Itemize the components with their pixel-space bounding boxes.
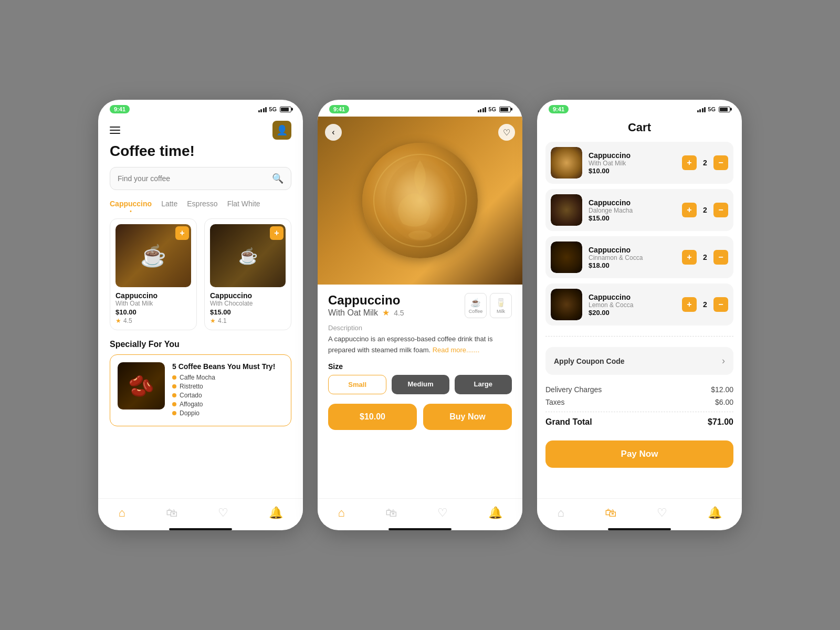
qty-plus-4[interactable]: + bbox=[682, 297, 697, 312]
qty-num-2: 2 bbox=[701, 206, 709, 214]
cart-item-sub-4: Lemon & Cocca bbox=[589, 301, 676, 309]
status-icons-cart: 5G bbox=[697, 106, 730, 112]
price-button[interactable]: $10.00 bbox=[328, 404, 417, 430]
back-button[interactable]: ‹ bbox=[325, 124, 342, 141]
cart-info-1: Cappuccino With Oat Milk $10.00 bbox=[589, 151, 676, 175]
cart-img-3 bbox=[551, 242, 582, 273]
nav-home-icon-cart[interactable]: ⌂ bbox=[557, 506, 564, 520]
bottom-nav-home: ⌂ 🛍 ♡ 🔔 bbox=[98, 498, 303, 525]
network-type-detail: 5G bbox=[488, 106, 496, 112]
qty-plus-1[interactable]: + bbox=[682, 155, 697, 170]
buy-now-button[interactable]: Buy Now bbox=[423, 404, 512, 430]
cart-info-2: Cappuccino Dalonge Macha $15.00 bbox=[589, 198, 676, 222]
product-card-2[interactable]: + Cappuccino With Chocolate $15.00 ★ 4.1 bbox=[204, 218, 291, 330]
qty-control-3: + 2 − bbox=[682, 250, 728, 265]
delivery-value: $12.00 bbox=[711, 385, 733, 394]
qty-minus-1[interactable]: − bbox=[713, 155, 728, 170]
special-card[interactable]: 5 Coffee Beans You Must Try! Caffe Mocha… bbox=[110, 354, 291, 426]
hamburger-menu[interactable] bbox=[110, 124, 120, 136]
search-input[interactable] bbox=[118, 174, 272, 183]
add-to-cart-btn-1[interactable]: + bbox=[175, 226, 189, 240]
coffee-item-3: Cortado bbox=[172, 392, 284, 399]
divider-2 bbox=[545, 412, 733, 412]
nav-favorites-icon[interactable]: ♡ bbox=[218, 506, 228, 520]
size-options: Small Medium Large bbox=[328, 375, 512, 394]
signal-bars-cart bbox=[697, 107, 706, 112]
status-time-detail: 9:41 bbox=[329, 105, 349, 113]
qty-plus-2[interactable]: + bbox=[682, 203, 697, 217]
qty-control-4: + 2 − bbox=[682, 297, 728, 312]
delivery-row: Delivery Charges $12.00 bbox=[545, 385, 733, 394]
special-info: 5 Coffee Beans You Must Try! Caffe Mocha… bbox=[172, 362, 284, 418]
product-name-2: Cappuccino bbox=[210, 291, 286, 300]
nav-cart-icon[interactable]: 🛍 bbox=[166, 506, 177, 520]
coffee-item-5: Doppio bbox=[172, 410, 284, 417]
special-title: 5 Coffee Beans You Must Try! bbox=[172, 362, 284, 371]
nav-favorites-icon-cart[interactable]: ♡ bbox=[657, 506, 667, 520]
nav-home-icon-detail[interactable]: ⌂ bbox=[338, 506, 344, 520]
status-time-cart: 9:41 bbox=[549, 105, 569, 113]
nav-notifications-icon-detail[interactable]: 🔔 bbox=[488, 506, 502, 520]
size-small[interactable]: Small bbox=[328, 375, 386, 394]
cart-item-name-4: Cappuccino bbox=[589, 293, 676, 301]
special-img bbox=[118, 362, 165, 410]
status-bar-home: 9:41 5G bbox=[98, 100, 303, 117]
page-title: Coffee time! bbox=[110, 143, 291, 160]
order-summary: Delivery Charges $12.00 Taxes $6.00 Gran… bbox=[537, 380, 742, 436]
badge-milk: 🥛 Milk bbox=[490, 293, 512, 318]
status-time: 9:41 bbox=[110, 105, 130, 113]
detail-hero-image: ‹ ♡ bbox=[318, 117, 522, 285]
home-screen-phone: 9:41 5G 👤 Coffee time! bbox=[98, 100, 303, 530]
total-label: Grand Total bbox=[545, 417, 592, 427]
qty-plus-3[interactable]: + bbox=[682, 250, 697, 265]
product-rating-2: ★ 4.1 bbox=[210, 317, 286, 324]
read-more-link[interactable]: Read more....... bbox=[433, 346, 480, 354]
delivery-label: Delivery Charges bbox=[545, 385, 602, 394]
nav-cart-icon-detail[interactable]: 🛍 bbox=[385, 506, 397, 520]
qty-num-4: 2 bbox=[701, 300, 709, 309]
status-icons-detail: 5G bbox=[478, 106, 511, 112]
bottom-nav-detail: ⌂ 🛍 ♡ 🔔 bbox=[318, 498, 522, 525]
description-label: Description bbox=[328, 324, 512, 332]
nav-cart-icon-cart[interactable]: 🛍 bbox=[605, 506, 616, 520]
cart-item-sub-3: Cinnamon & Cocca bbox=[589, 254, 676, 261]
detail-body: Cappuccino With Oat Milk ★ 4.5 ☕ Coffee … bbox=[318, 285, 522, 498]
cart-item-sub-1: With Oat Milk bbox=[589, 160, 676, 167]
home-indicator bbox=[169, 528, 232, 530]
category-tabs: Cappuccino Latte Espresso Flat White bbox=[110, 200, 291, 210]
cart-item-price-2: $15.00 bbox=[589, 214, 676, 222]
size-large[interactable]: Large bbox=[455, 375, 512, 394]
nav-home-icon[interactable]: ⌂ bbox=[118, 506, 125, 520]
product-card-1[interactable]: + Cappuccino With Oat Milk $10.00 ★ 4.5 bbox=[110, 218, 197, 330]
category-flat-white[interactable]: Flat White bbox=[227, 200, 260, 210]
favorite-button[interactable]: ♡ bbox=[498, 124, 515, 141]
cart-item-3: Cappuccino Cinnamon & Cocca $18.00 + 2 − bbox=[545, 236, 733, 278]
status-bar-detail: 9:41 5G bbox=[318, 100, 522, 117]
category-cappuccino[interactable]: Cappuccino bbox=[110, 200, 152, 210]
size-medium[interactable]: Medium bbox=[392, 375, 449, 394]
product-rating-1: ★ 4.5 bbox=[116, 317, 191, 324]
nav-notifications-icon[interactable]: 🔔 bbox=[269, 506, 283, 520]
nav-notifications-icon-cart[interactable]: 🔔 bbox=[708, 506, 722, 520]
home-indicator-cart bbox=[608, 528, 671, 530]
coupon-section[interactable]: Apply Coupon Code › bbox=[545, 347, 733, 375]
qty-minus-3[interactable]: − bbox=[713, 250, 728, 265]
detail-name-block: Cappuccino With Oat Milk ★ 4.5 bbox=[328, 293, 404, 319]
cart-item-name-1: Cappuccino bbox=[589, 151, 676, 160]
cart-screen-phone: 9:41 5G Cart Cappuccino bbox=[537, 100, 742, 530]
add-to-cart-btn-2[interactable]: + bbox=[270, 226, 284, 240]
detail-badges: ☕ Coffee 🥛 Milk bbox=[465, 293, 512, 318]
search-bar[interactable]: 🔍 bbox=[110, 167, 291, 190]
nav-favorites-icon-detail[interactable]: ♡ bbox=[437, 506, 448, 520]
qty-minus-4[interactable]: − bbox=[713, 297, 728, 312]
signal-bars bbox=[258, 107, 267, 112]
product-price-1: $10.00 bbox=[116, 308, 191, 316]
category-espresso[interactable]: Espresso bbox=[187, 200, 217, 210]
category-latte[interactable]: Latte bbox=[161, 200, 177, 210]
qty-control-1: + 2 − bbox=[682, 155, 728, 170]
cart-img-2 bbox=[551, 194, 582, 226]
coffee-item-4: Affogato bbox=[172, 401, 284, 408]
qty-minus-2[interactable]: − bbox=[713, 203, 728, 217]
user-avatar[interactable]: 👤 bbox=[272, 121, 291, 140]
pay-now-button[interactable]: Pay Now bbox=[545, 440, 733, 468]
